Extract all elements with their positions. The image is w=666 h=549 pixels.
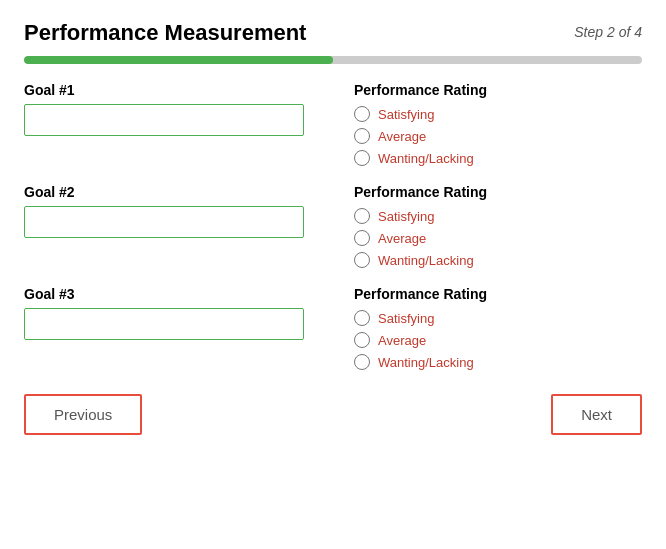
goal-1-input[interactable] xyxy=(24,104,304,136)
page-header: Performance Measurement Step 2 of 4 xyxy=(24,20,642,46)
goals-section: Goal #1 Performance Rating Satisfying Av… xyxy=(24,82,642,370)
previous-button[interactable]: Previous xyxy=(24,394,142,435)
radio-text-satisfying-2: Satisfying xyxy=(378,209,434,224)
radio-wanting-3[interactable] xyxy=(354,354,370,370)
goal-2-label: Goal #2 xyxy=(24,184,324,200)
goal-row-1: Goal #1 Performance Rating Satisfying Av… xyxy=(24,82,642,166)
radio-wanting-1[interactable] xyxy=(354,150,370,166)
radio-option-average-2[interactable]: Average xyxy=(354,230,642,246)
radio-average-2[interactable] xyxy=(354,230,370,246)
step-label: Step 2 of 4 xyxy=(574,24,642,40)
radio-group-2: Satisfying Average Wanting/Lacking xyxy=(354,208,642,268)
rating-section-2: Performance Rating Satisfying Average Wa… xyxy=(354,184,642,268)
goal-left-2: Goal #2 xyxy=(24,184,324,238)
radio-wanting-2[interactable] xyxy=(354,252,370,268)
next-button[interactable]: Next xyxy=(551,394,642,435)
radio-text-average-3: Average xyxy=(378,333,426,348)
radio-average-1[interactable] xyxy=(354,128,370,144)
radio-option-average-3[interactable]: Average xyxy=(354,332,642,348)
radio-text-satisfying-3: Satisfying xyxy=(378,311,434,326)
footer: Previous Next xyxy=(24,394,642,435)
goal-2-input[interactable] xyxy=(24,206,304,238)
radio-option-wanting-2[interactable]: Wanting/Lacking xyxy=(354,252,642,268)
goal-row-2: Goal #2 Performance Rating Satisfying Av… xyxy=(24,184,642,268)
rating-section-1: Performance Rating Satisfying Average Wa… xyxy=(354,82,642,166)
radio-satisfying-1[interactable] xyxy=(354,106,370,122)
radio-option-wanting-3[interactable]: Wanting/Lacking xyxy=(354,354,642,370)
progress-bar-fill xyxy=(24,56,333,64)
rating-label-1: Performance Rating xyxy=(354,82,642,98)
radio-text-wanting-3: Wanting/Lacking xyxy=(378,355,474,370)
radio-text-wanting-1: Wanting/Lacking xyxy=(378,151,474,166)
goal-1-label: Goal #1 xyxy=(24,82,324,98)
goal-3-label: Goal #3 xyxy=(24,286,324,302)
radio-text-average-1: Average xyxy=(378,129,426,144)
radio-group-1: Satisfying Average Wanting/Lacking xyxy=(354,106,642,166)
radio-option-satisfying-3[interactable]: Satisfying xyxy=(354,310,642,326)
radio-average-3[interactable] xyxy=(354,332,370,348)
radio-text-average-2: Average xyxy=(378,231,426,246)
page-title: Performance Measurement xyxy=(24,20,306,46)
radio-satisfying-3[interactable] xyxy=(354,310,370,326)
radio-option-wanting-1[interactable]: Wanting/Lacking xyxy=(354,150,642,166)
radio-text-satisfying-1: Satisfying xyxy=(378,107,434,122)
goal-row-3: Goal #3 Performance Rating Satisfying Av… xyxy=(24,286,642,370)
rating-label-2: Performance Rating xyxy=(354,184,642,200)
radio-group-3: Satisfying Average Wanting/Lacking xyxy=(354,310,642,370)
goal-3-input[interactable] xyxy=(24,308,304,340)
radio-text-wanting-2: Wanting/Lacking xyxy=(378,253,474,268)
rating-label-3: Performance Rating xyxy=(354,286,642,302)
rating-section-3: Performance Rating Satisfying Average Wa… xyxy=(354,286,642,370)
radio-satisfying-2[interactable] xyxy=(354,208,370,224)
radio-option-average-1[interactable]: Average xyxy=(354,128,642,144)
radio-option-satisfying-1[interactable]: Satisfying xyxy=(354,106,642,122)
radio-option-satisfying-2[interactable]: Satisfying xyxy=(354,208,642,224)
goal-left-1: Goal #1 xyxy=(24,82,324,136)
progress-bar-container xyxy=(24,56,642,64)
goal-left-3: Goal #3 xyxy=(24,286,324,340)
